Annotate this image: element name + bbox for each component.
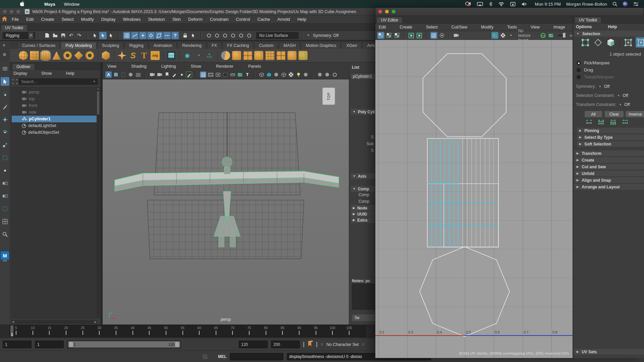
- uv-toolkit-tab[interactable]: UV Toolkit: [575, 17, 601, 23]
- viewport-canvas[interactable]: z TOP persp: [103, 79, 349, 324]
- triangulate-icon[interactable]: [287, 51, 297, 60]
- shelf-tab-custom[interactable]: Custom: [254, 42, 278, 49]
- hud-icon[interactable]: T: [244, 71, 251, 78]
- pixel-snap-icon[interactable]: [438, 32, 445, 39]
- shelf-menu-icon[interactable]: ≡: [3, 43, 10, 48]
- universal-manipulator-tool[interactable]: [1, 154, 9, 162]
- viewport-menu-panels[interactable]: Panels: [248, 64, 261, 69]
- uv-distortion-icon[interactable]: [377, 32, 384, 39]
- outliner-item-side[interactable]: side: [12, 109, 97, 116]
- uv-layout2-icon[interactable]: [385, 32, 392, 39]
- symmetry-dropdown[interactable]: Symmetry: Off: [313, 33, 338, 38]
- section-pinning[interactable]: ▶Pinning: [577, 128, 644, 133]
- current-frame-marker[interactable]: 1: [10, 325, 13, 337]
- shrink-shell-selection-icon[interactable]: [597, 119, 605, 126]
- maya-menu-control[interactable]: Control: [236, 17, 250, 22]
- soft-mod-tool[interactable]: [1, 166, 9, 175]
- set-key-icon[interactable]: [308, 341, 313, 348]
- svg-tool-icon[interactable]: svg: [151, 51, 160, 60]
- lights-icon[interactable]: [295, 71, 302, 78]
- bookmark-icon[interactable]: [164, 71, 170, 78]
- uv-layout3-icon[interactable]: [393, 32, 400, 39]
- lasso-select-tool[interactable]: [1, 90, 9, 99]
- camera-tool-icon[interactable]: ◉: [183, 51, 192, 60]
- minimize-window-button[interactable]: [10, 10, 13, 13]
- outliner-scrollbar[interactable]: ▲: [97, 87, 100, 318]
- section-arrange-and-layout[interactable]: ▶Arrange and Layout: [574, 184, 644, 190]
- inverse-button[interactable]: Inverse: [626, 111, 644, 117]
- pencil-icon[interactable]: [186, 71, 192, 78]
- outliner-menu-show[interactable]: Show: [41, 71, 52, 76]
- keyboard-switcher-icon[interactable]: [510, 2, 516, 6]
- screen-mirroring-icon[interactable]: [477, 2, 483, 6]
- select-camera-icon[interactable]: A: [105, 71, 112, 78]
- zoom-window-button[interactable]: [392, 10, 395, 13]
- resolution-gate-icon[interactable]: [215, 71, 221, 78]
- shelf-tab-animation[interactable]: Animation: [149, 42, 177, 49]
- tile-border2-icon[interactable]: [416, 32, 423, 39]
- siri-icon[interactable]: [623, 1, 628, 7]
- island-select-icon[interactable]: [636, 37, 644, 48]
- shelf-tab-rigging[interactable]: Rigging: [124, 42, 148, 49]
- aa-icon[interactable]: [324, 71, 330, 78]
- mac-clock[interactable]: Mon 9:15 PM: [535, 2, 561, 7]
- select-object-icon[interactable]: [99, 32, 107, 39]
- wifi-icon[interactable]: [498, 2, 504, 6]
- maya-menu-create[interactable]: Create: [41, 17, 54, 22]
- time-ruler[interactable]: 1 51015202530354045505560657075808590951…: [9, 325, 366, 337]
- dropdown-transform-constraint-[interactable]: Transform Constraint:▼Off: [576, 102, 630, 107]
- poly-type-icon[interactable]: T: [140, 51, 149, 60]
- command-input[interactable]: [230, 353, 283, 360]
- uv-menu-select[interactable]: Select: [426, 25, 438, 29]
- close-window-button[interactable]: [3, 10, 7, 13]
- snap-to-grid-icon[interactable]: [123, 32, 130, 39]
- dropdown-selection-constraint-[interactable]: Selection Constraint:▼Off: [576, 93, 628, 98]
- zoom-window-button[interactable]: [16, 10, 20, 13]
- shelf-tab-mash[interactable]: MASH: [279, 42, 300, 49]
- xray-active-icon[interactable]: [266, 71, 272, 78]
- maya-menu-cache[interactable]: Cache: [257, 17, 270, 22]
- outliner-item-top[interactable]: top: [12, 96, 97, 102]
- ipr-render-icon[interactable]: [221, 32, 229, 39]
- expand-toolbar-icon[interactable]: ››: [570, 33, 573, 38]
- maya-menu-constrain[interactable]: Constrain: [210, 17, 229, 22]
- section-comp[interactable]: ▼Comp: [351, 186, 376, 192]
- apple-menu-icon[interactable]: [20, 1, 25, 7]
- snap-to-projected-center-icon[interactable]: [147, 32, 155, 39]
- highlight-selection-icon[interactable]: [190, 32, 197, 39]
- clear-button[interactable]: Clear: [605, 111, 624, 117]
- viewport-menu-shading[interactable]: Shading: [131, 64, 147, 69]
- image-ratio-icon[interactable]: [547, 32, 554, 39]
- modeling-toolkit-icon[interactable]: [167, 51, 176, 60]
- texture-dropdown-icon[interactable]: ▼: [507, 32, 515, 39]
- control-center-icon[interactable]: [633, 2, 639, 6]
- wireframe-display-icon[interactable]: [120, 71, 126, 78]
- minimize-window-button[interactable]: [385, 10, 389, 13]
- viewport-menu-view[interactable]: View: [107, 64, 116, 69]
- viewport-menu-lighting[interactable]: Lighting: [161, 64, 176, 69]
- component-pair-tool[interactable]: [1, 192, 9, 200]
- spotlight-search-icon[interactable]: [612, 2, 617, 6]
- radio-drag[interactable]: Drag: [577, 68, 593, 72]
- bluetooth-icon[interactable]: [489, 2, 492, 6]
- maya-menu-deform[interactable]: Deform: [188, 17, 203, 22]
- shelf-tab-motion-graphics[interactable]: Motion Graphics: [301, 42, 341, 49]
- reduce-icon[interactable]: [276, 51, 285, 60]
- radio-pick-marquee[interactable]: Pick/Marquee: [577, 61, 609, 65]
- uv-select-icon[interactable]: [580, 37, 590, 48]
- section-unfold[interactable]: ▶Unfold: [574, 171, 644, 176]
- section-extra[interactable]: ▶Extra: [351, 217, 376, 223]
- texture-dim-slider[interactable]: [557, 35, 567, 36]
- gate-mask-icon[interactable]: [222, 71, 228, 78]
- occlusion-icon[interactable]: [317, 71, 323, 78]
- lock-selection-icon[interactable]: [181, 32, 189, 39]
- snap-to-curve-icon[interactable]: [131, 32, 139, 39]
- outliner-search-input[interactable]: Search... ▼: [19, 78, 98, 85]
- outliner-item-persp[interactable]: persp: [12, 89, 97, 96]
- uv-canvas[interactable]: 0.20.30.40.50.60.70.8 (0/16) UV shells, …: [375, 40, 573, 358]
- poly-torus-icon[interactable]: [63, 51, 72, 60]
- rotate-tool[interactable]: [1, 128, 9, 137]
- outliner-item-pcylinder1[interactable]: pCylinder1: [12, 116, 97, 122]
- shelf-tab-fx[interactable]: FX: [207, 42, 222, 49]
- rgb-channels-icon[interactable]: RGB: [539, 32, 546, 39]
